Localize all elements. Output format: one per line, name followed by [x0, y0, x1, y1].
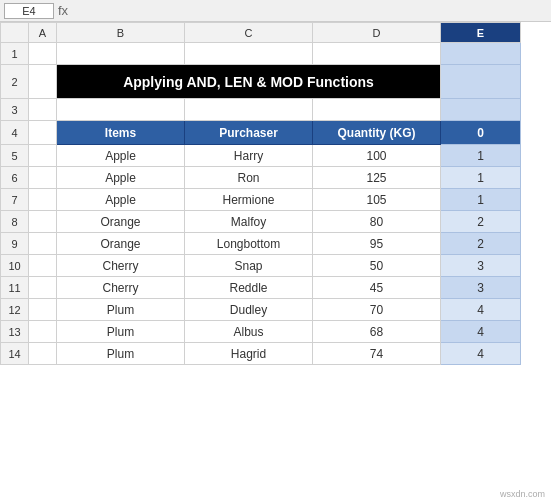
cell-d6[interactable]: 125	[313, 167, 441, 189]
cell-e6[interactable]: 1	[441, 167, 521, 189]
cell-d10[interactable]: 50	[313, 255, 441, 277]
cell-b10[interactable]: Cherry	[57, 255, 185, 277]
row-4: 4 Items Purchaser Quantity (KG) 0	[1, 121, 521, 145]
cell-c5[interactable]: Harry	[185, 145, 313, 167]
row-num-8: 8	[1, 211, 29, 233]
cell-a3[interactable]	[29, 99, 57, 121]
row-num-12: 12	[1, 299, 29, 321]
cell-b8[interactable]: Orange	[57, 211, 185, 233]
cell-a14[interactable]	[29, 343, 57, 365]
cell-d5[interactable]: 100	[313, 145, 441, 167]
cell-e5[interactable]: 1	[441, 145, 521, 167]
cell-e9[interactable]: 2	[441, 233, 521, 255]
row-num-2: 2	[1, 65, 29, 99]
cell-a10[interactable]	[29, 255, 57, 277]
row-1: 1	[1, 43, 521, 65]
row-12: 12 Plum Dudley 70 4	[1, 299, 521, 321]
cell-d7[interactable]: 105	[313, 189, 441, 211]
cell-c3[interactable]	[185, 99, 313, 121]
row-num-9: 9	[1, 233, 29, 255]
cell-d12[interactable]: 70	[313, 299, 441, 321]
cell-e13[interactable]: 4	[441, 321, 521, 343]
cell-e12[interactable]: 4	[441, 299, 521, 321]
col-header-e[interactable]: E	[441, 23, 521, 43]
col-header-a[interactable]: A	[29, 23, 57, 43]
cell-d1[interactable]	[313, 43, 441, 65]
row-num-1: 1	[1, 43, 29, 65]
cell-c14[interactable]: Hagrid	[185, 343, 313, 365]
cell-b6[interactable]: Apple	[57, 167, 185, 189]
row-5: 5 Apple Harry 100 1	[1, 145, 521, 167]
col-header-c[interactable]: C	[185, 23, 313, 43]
cell-b7[interactable]: Apple	[57, 189, 185, 211]
row-3: 3	[1, 99, 521, 121]
row-10: 10 Cherry Snap 50 3	[1, 255, 521, 277]
row-num-5: 5	[1, 145, 29, 167]
row-num-4: 4	[1, 121, 29, 145]
cell-a6[interactable]	[29, 167, 57, 189]
cell-c13[interactable]: Albus	[185, 321, 313, 343]
cell-b5[interactable]: Apple	[57, 145, 185, 167]
row-14: 14 Plum Hagrid 74 4	[1, 343, 521, 365]
formula-separator: fx	[58, 3, 68, 18]
cell-d13[interactable]: 68	[313, 321, 441, 343]
cell-b12[interactable]: Plum	[57, 299, 185, 321]
cell-e7[interactable]: 1	[441, 189, 521, 211]
cell-b13[interactable]: Plum	[57, 321, 185, 343]
cell-d8[interactable]: 80	[313, 211, 441, 233]
cell-c9[interactable]: Longbottom	[185, 233, 313, 255]
cell-a7[interactable]	[29, 189, 57, 211]
cell-b1[interactable]	[57, 43, 185, 65]
row-7: 7 Apple Hermione 105 1	[1, 189, 521, 211]
cell-a5[interactable]	[29, 145, 57, 167]
cell-e10[interactable]: 3	[441, 255, 521, 277]
cell-a13[interactable]	[29, 321, 57, 343]
cell-e3[interactable]	[441, 99, 521, 121]
cell-e8[interactable]: 2	[441, 211, 521, 233]
col-quantity-header[interactable]: Quantity (KG)	[313, 121, 441, 145]
cell-b11[interactable]: Cherry	[57, 277, 185, 299]
col-purchaser-header[interactable]: Purchaser	[185, 121, 313, 145]
cell-a12[interactable]	[29, 299, 57, 321]
cell-d14[interactable]: 74	[313, 343, 441, 365]
corner-cell	[1, 23, 29, 43]
cell-b3[interactable]	[57, 99, 185, 121]
title-cell[interactable]: Applying AND, LEN & MOD Functions	[57, 65, 441, 99]
cell-b14[interactable]: Plum	[57, 343, 185, 365]
cell-c6[interactable]: Ron	[185, 167, 313, 189]
cell-a8[interactable]	[29, 211, 57, 233]
col-e-header[interactable]: 0	[441, 121, 521, 145]
row-num-10: 10	[1, 255, 29, 277]
row-11: 11 Cherry Reddle 45 3	[1, 277, 521, 299]
col-header-row: A B C D E	[1, 23, 521, 43]
cell-a1[interactable]	[29, 43, 57, 65]
cell-c12[interactable]: Dudley	[185, 299, 313, 321]
cell-e2[interactable]	[441, 65, 521, 99]
row-8: 8 Orange Malfoy 80 2	[1, 211, 521, 233]
col-header-d[interactable]: D	[313, 23, 441, 43]
cell-c7[interactable]: Hermione	[185, 189, 313, 211]
cell-c10[interactable]: Snap	[185, 255, 313, 277]
cell-a11[interactable]	[29, 277, 57, 299]
cell-a9[interactable]	[29, 233, 57, 255]
cell-d3[interactable]	[313, 99, 441, 121]
cell-a4[interactable]	[29, 121, 57, 145]
row-num-11: 11	[1, 277, 29, 299]
row-num-14: 14	[1, 343, 29, 365]
cell-e14[interactable]: 4	[441, 343, 521, 365]
col-items-header[interactable]: Items	[57, 121, 185, 145]
cell-d11[interactable]: 45	[313, 277, 441, 299]
name-box[interactable]	[4, 3, 54, 19]
spreadsheet: fx A B C D E	[0, 0, 551, 503]
cell-b9[interactable]: Orange	[57, 233, 185, 255]
cell-c11[interactable]: Reddle	[185, 277, 313, 299]
cell-a2[interactable]	[29, 65, 57, 99]
cell-e1[interactable]	[441, 43, 521, 65]
cell-c8[interactable]: Malfoy	[185, 211, 313, 233]
row-13: 13 Plum Albus 68 4	[1, 321, 521, 343]
col-header-b[interactable]: B	[57, 23, 185, 43]
cell-c1[interactable]	[185, 43, 313, 65]
cell-e11[interactable]: 3	[441, 277, 521, 299]
row-num-7: 7	[1, 189, 29, 211]
cell-d9[interactable]: 95	[313, 233, 441, 255]
